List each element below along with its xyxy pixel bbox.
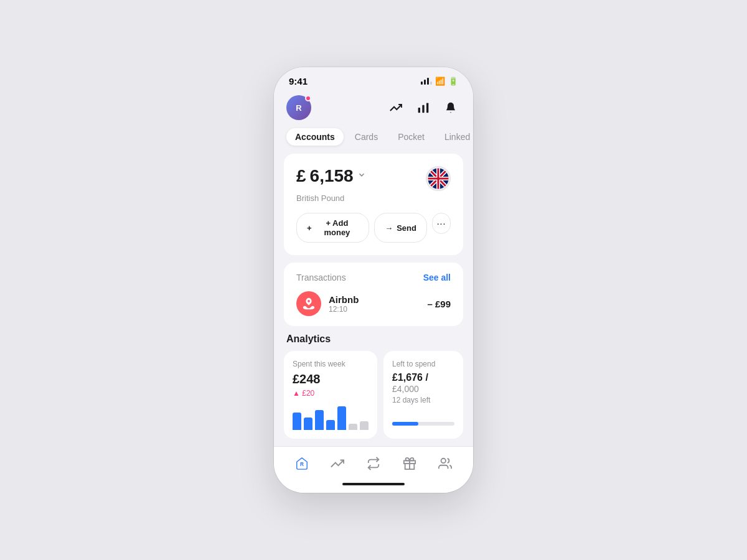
spent-value: £248 bbox=[293, 372, 369, 386]
notification-dot bbox=[305, 95, 311, 101]
analytics-title: Analytics bbox=[284, 334, 463, 345]
left-label: Left to spend bbox=[392, 360, 454, 368]
left-current: £1,676 bbox=[392, 372, 423, 383]
spent-label: Spent this week bbox=[293, 360, 369, 368]
status-bar: 9:41 📶 🔋 bbox=[274, 67, 473, 90]
balance-currency-name: British Pound bbox=[296, 194, 451, 203]
analytics-section: Analytics Spent this week £248 ▲ £20 Lef… bbox=[284, 334, 463, 439]
tab-linked[interactable]: Linked bbox=[436, 128, 473, 146]
nav-transfer[interactable] bbox=[359, 454, 388, 473]
transaction-time: 12:10 bbox=[329, 305, 420, 314]
bar-chart-icon[interactable] bbox=[413, 98, 433, 118]
svg-text:R: R bbox=[300, 462, 304, 467]
bottom-nav: R bbox=[274, 446, 473, 478]
spent-this-week-card: Spent this week £248 ▲ £20 bbox=[284, 351, 377, 439]
signal-icon bbox=[421, 78, 432, 85]
transaction-name: Airbnb bbox=[329, 294, 420, 305]
days-left: 12 days left bbox=[392, 396, 454, 404]
send-label: Send bbox=[397, 223, 416, 233]
chart-bar bbox=[326, 420, 335, 430]
add-money-button[interactable]: + + Add money bbox=[296, 213, 369, 243]
progress-bar-background bbox=[392, 422, 454, 426]
status-time: 9:41 bbox=[289, 76, 308, 86]
trend-icon[interactable] bbox=[386, 98, 406, 118]
balance-value: 6,158 bbox=[310, 166, 354, 186]
more-actions-button[interactable]: ··· bbox=[432, 213, 451, 234]
home-indicator bbox=[274, 478, 473, 493]
tab-cards[interactable]: Cards bbox=[346, 128, 387, 146]
add-icon: + bbox=[307, 223, 312, 233]
left-to-spend-card: Left to spend £1,676 / £4,000 12 days le… bbox=[383, 351, 463, 439]
left-value: £1,676 / £4,000 bbox=[392, 372, 454, 394]
left-total: £4,000 bbox=[392, 384, 419, 394]
chart-bar bbox=[349, 424, 357, 430]
wifi-icon: 📶 bbox=[435, 77, 445, 86]
status-icons: 📶 🔋 bbox=[421, 77, 458, 86]
chart-bar bbox=[315, 410, 324, 430]
separator: / bbox=[423, 372, 428, 383]
svg-point-19 bbox=[441, 459, 446, 463]
nav-analytics[interactable] bbox=[323, 454, 352, 473]
transaction-amount: – £99 bbox=[427, 299, 451, 309]
transaction-info: Airbnb 12:10 bbox=[329, 294, 420, 314]
tab-accounts[interactable]: Accounts bbox=[286, 128, 344, 146]
send-icon: → bbox=[385, 223, 393, 233]
svg-rect-14 bbox=[427, 178, 449, 180]
home-bar bbox=[342, 483, 405, 485]
phone-shell: 9:41 📶 🔋 R bbox=[274, 67, 473, 493]
battery-icon: 🔋 bbox=[448, 77, 458, 86]
currency-flag[interactable] bbox=[426, 166, 451, 191]
currency-symbol: £ bbox=[296, 166, 306, 186]
svg-text:R: R bbox=[296, 103, 302, 113]
table-row[interactable]: Airbnb 12:10 – £99 bbox=[296, 291, 451, 316]
svg-rect-3 bbox=[422, 105, 424, 113]
see-all-button[interactable]: See all bbox=[423, 273, 451, 282]
chart-bar bbox=[360, 421, 369, 430]
transactions-card: Transactions See all Airbnb 12:10 – £99 bbox=[284, 263, 463, 326]
progress-bar-fill bbox=[392, 422, 418, 426]
avatar-container[interactable]: R bbox=[286, 95, 311, 120]
balance-amount[interactable]: £6,158 bbox=[296, 166, 366, 186]
tabs: Accounts Cards Pocket Linked ··· bbox=[274, 128, 473, 154]
main-content: £6,158 bbox=[274, 154, 473, 446]
transactions-title: Transactions bbox=[296, 273, 346, 282]
action-buttons: + + Add money → Send ··· bbox=[296, 213, 451, 243]
analytics-row: Spent this week £248 ▲ £20 Left to spend… bbox=[284, 351, 463, 439]
balance-header: £6,158 bbox=[296, 166, 451, 191]
header: R bbox=[274, 90, 473, 128]
notification-icon[interactable] bbox=[441, 98, 461, 118]
balance-chevron-icon[interactable] bbox=[357, 170, 366, 182]
nav-people[interactable] bbox=[431, 454, 459, 473]
nav-rewards[interactable] bbox=[395, 454, 424, 473]
tab-pocket[interactable]: Pocket bbox=[389, 128, 433, 146]
spent-change: ▲ £20 bbox=[293, 389, 369, 398]
send-button[interactable]: → Send bbox=[374, 213, 427, 243]
svg-rect-4 bbox=[426, 103, 428, 113]
spent-bar-chart bbox=[293, 405, 369, 430]
svg-rect-2 bbox=[418, 108, 420, 113]
chart-bar bbox=[337, 406, 346, 430]
airbnb-logo bbox=[296, 291, 321, 316]
transactions-section-header: Transactions See all bbox=[296, 273, 451, 282]
nav-home[interactable]: R bbox=[288, 454, 316, 473]
add-money-label: + Add money bbox=[316, 218, 359, 237]
chart-bar bbox=[293, 413, 301, 430]
chart-bar bbox=[304, 418, 312, 430]
balance-card: £6,158 bbox=[284, 154, 463, 255]
